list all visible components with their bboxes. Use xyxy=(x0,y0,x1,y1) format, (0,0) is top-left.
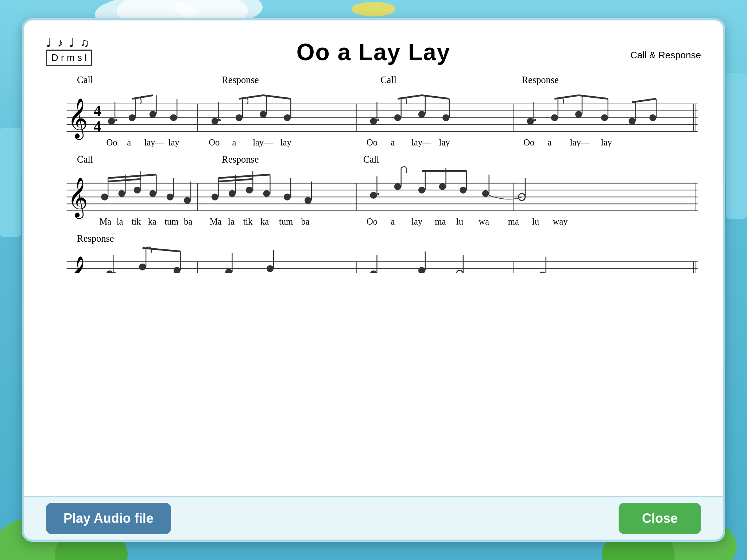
svg-point-186 xyxy=(174,267,181,273)
svg-text:tum: tum xyxy=(279,217,293,226)
svg-text:𝄞: 𝄞 xyxy=(67,256,88,273)
svg-point-48 xyxy=(370,118,377,125)
svg-point-191 xyxy=(267,265,274,272)
svg-text:way: way xyxy=(553,217,568,226)
call-response-label: Call & Response xyxy=(630,50,701,61)
svg-line-68 xyxy=(554,95,578,98)
svg-line-130 xyxy=(218,175,270,178)
solfa-box: D r m s l xyxy=(46,50,92,66)
svg-point-55 xyxy=(442,114,449,121)
svg-text:ba: ba xyxy=(301,217,309,226)
svg-point-40 xyxy=(236,114,243,121)
svg-point-188 xyxy=(225,269,232,273)
svg-point-143 xyxy=(482,190,489,197)
svg-point-64 xyxy=(575,111,582,118)
svg-line-116 xyxy=(108,175,156,178)
svg-point-195 xyxy=(418,267,425,273)
svg-point-132 xyxy=(370,192,377,199)
svg-text:la: la xyxy=(117,217,123,226)
svg-line-131 xyxy=(218,179,253,182)
svg-line-36 xyxy=(132,95,153,98)
close-button[interactable]: Close xyxy=(619,503,701,534)
svg-text:lu: lu xyxy=(532,217,539,226)
svg-text:wa: wa xyxy=(479,217,489,226)
svg-point-53 xyxy=(418,111,425,118)
svg-point-108 xyxy=(134,187,141,194)
svg-text:a: a xyxy=(391,217,395,226)
svg-text:Ma: Ma xyxy=(100,217,112,226)
play-audio-button[interactable]: Play Audio file xyxy=(46,503,171,534)
svg-point-181 xyxy=(106,271,113,273)
svg-text:la: la xyxy=(228,217,235,226)
svg-point-182 xyxy=(113,272,116,273)
svg-text:Ma: Ma xyxy=(210,217,222,226)
svg-line-57 xyxy=(398,95,422,98)
svg-point-120 xyxy=(229,190,236,197)
svg-text:tik: tik xyxy=(243,217,253,226)
svg-point-128 xyxy=(305,197,311,204)
svg-point-30 xyxy=(129,114,136,121)
svg-point-197 xyxy=(456,271,463,273)
svg-point-34 xyxy=(170,114,177,121)
svg-text:lay—: lay— xyxy=(411,137,431,147)
svg-point-42 xyxy=(260,111,267,118)
svg-line-47 xyxy=(263,95,291,98)
svg-text:lay: lay xyxy=(169,137,180,147)
score-container: Call Response Call Response 𝄞 4 4 xyxy=(46,73,701,274)
svg-point-184 xyxy=(139,264,146,271)
svg-line-69 xyxy=(578,95,608,98)
svg-point-106 xyxy=(119,190,125,197)
svg-point-122 xyxy=(246,187,253,194)
svg-text:ka: ka xyxy=(148,217,156,226)
svg-point-72 xyxy=(649,114,656,121)
svg-text:Response: Response xyxy=(222,74,259,85)
svg-point-112 xyxy=(167,194,174,201)
svg-text:Call: Call xyxy=(363,154,379,165)
modal: ♩ ♪ ♩ ♫ Oo a Lay Lay D r m s l Call & Re… xyxy=(22,18,725,542)
sheet-music-area: ♩ ♪ ♩ ♫ Oo a Lay Lay D r m s l Call & Re… xyxy=(24,20,723,496)
svg-text:tik: tik xyxy=(131,217,141,226)
svg-point-135 xyxy=(394,183,401,190)
svg-point-32 xyxy=(150,111,156,118)
svg-point-62 xyxy=(551,114,558,121)
svg-text:ma: ma xyxy=(508,217,519,226)
svg-point-124 xyxy=(263,190,270,197)
svg-point-126 xyxy=(284,194,291,201)
svg-text:lay: lay xyxy=(411,217,423,226)
svg-text:a: a xyxy=(547,137,551,147)
svg-text:Call: Call xyxy=(77,74,93,85)
svg-point-110 xyxy=(150,190,156,197)
svg-text:Oo: Oo xyxy=(367,217,378,226)
svg-point-104 xyxy=(101,194,108,201)
svg-text:𝄞: 𝄞 xyxy=(67,98,88,140)
svg-text:Call: Call xyxy=(77,154,93,165)
music-score-svg: Call Response Call Response 𝄞 4 4 xyxy=(46,73,701,273)
svg-text:tum: tum xyxy=(165,217,178,226)
svg-line-190 xyxy=(143,248,181,251)
svg-point-133 xyxy=(377,193,379,195)
svg-point-118 xyxy=(212,194,218,201)
svg-line-74 xyxy=(632,99,656,102)
bottom-bar: Play Audio file Close xyxy=(24,496,723,540)
svg-line-117 xyxy=(108,179,141,182)
svg-text:4: 4 xyxy=(93,102,101,119)
svg-text:lay—: lay— xyxy=(570,137,590,147)
svg-text:ma: ma xyxy=(435,217,446,226)
svg-point-139 xyxy=(439,183,446,190)
svg-text:ka: ka xyxy=(260,217,269,226)
svg-point-114 xyxy=(184,197,191,204)
svg-text:Response: Response xyxy=(222,154,259,165)
note-icons: ♩ ♪ ♩ ♫ xyxy=(46,36,90,50)
svg-text:a: a xyxy=(391,137,395,147)
svg-text:lu: lu xyxy=(456,217,463,226)
svg-point-193 xyxy=(370,271,377,273)
svg-text:Oo: Oo xyxy=(106,137,117,147)
svg-text:Oo: Oo xyxy=(523,137,534,147)
svg-point-44 xyxy=(284,114,291,121)
svg-text:a: a xyxy=(232,137,236,147)
svg-point-141 xyxy=(460,187,467,194)
svg-text:𝄞: 𝄞 xyxy=(67,178,88,219)
svg-text:lay—: lay— xyxy=(144,137,164,147)
svg-point-28 xyxy=(115,119,117,121)
song-title: Oo a Lay Lay xyxy=(46,39,701,66)
